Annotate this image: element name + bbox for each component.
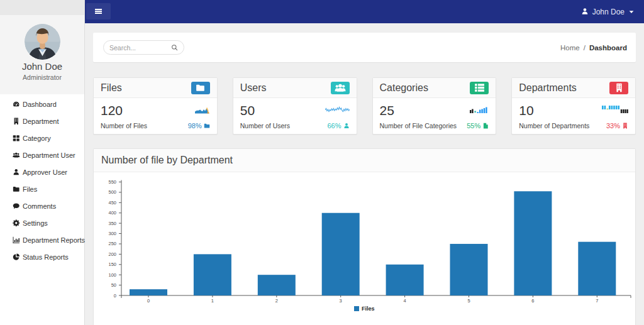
card-title: Departments [519, 82, 577, 94]
card-percent: 55% [467, 122, 489, 129]
card-header: Users [233, 78, 357, 98]
hamburger-bar [95, 13, 102, 14]
card-value-row: 25 [380, 102, 489, 120]
building-icon [609, 82, 628, 94]
bar-chart-icon [13, 236, 20, 244]
card-body: 120 Number of Files 98% [94, 98, 217, 129]
sidebar-item-label: Settings [23, 219, 48, 227]
sidebar-item-status-reports[interactable]: Status Reports [0, 248, 84, 265]
card-percent: 33% [606, 122, 628, 129]
svg-text:100: 100 [108, 272, 116, 278]
sidebar-item-department[interactable]: Department [0, 113, 84, 129]
pie-chart-icon [13, 253, 20, 261]
grid-icon [13, 135, 20, 142]
users-icon [331, 82, 350, 94]
breadcrumb: Home / Dashboard [560, 44, 627, 52]
bar-0 [130, 289, 167, 295]
card-label: Number of File Categories [380, 122, 457, 129]
svg-text:3: 3 [340, 298, 342, 304]
sidebar-item-label: Dashboard [23, 101, 57, 108]
chart-title: Number of file by Department [101, 155, 233, 166]
card-sparkline [195, 105, 210, 118]
sidebar-item-department-user[interactable]: Department User [0, 146, 84, 163]
sidebar-profile: John Doe Administrator [0, 15, 84, 94]
sidebar: John Doe Administrator DashboardDepartme… [0, 0, 85, 325]
summary-card-categories: Categories 25 Number of File Categories … [372, 77, 497, 135]
svg-text:0: 0 [114, 293, 116, 299]
sidebar-item-label: Department Reports [23, 236, 85, 244]
sidebar-item-label: Status Reports [23, 253, 69, 261]
navbar-user-menu[interactable]: John Doe [581, 0, 635, 23]
navbar-user-label: John Doe [592, 8, 625, 16]
sidebar-item-comments[interactable]: Comments [0, 197, 84, 214]
breadcrumb-current: Dashboard [589, 44, 627, 52]
hamburger-bar [95, 11, 102, 12]
svg-text:6: 6 [531, 298, 534, 304]
card-body: 10 Number of Departments 33% [512, 98, 635, 129]
sidebar-top-strip [0, 0, 84, 15]
sidebar-item-approver-user[interactable]: Approver User [0, 163, 84, 180]
legend-label: Files [362, 306, 375, 312]
card-header: Departments [512, 78, 635, 98]
breadcrumb-separator: / [584, 44, 586, 52]
svg-text:250: 250 [108, 241, 116, 246]
bar-1 [194, 254, 231, 295]
dashboard-icon [13, 101, 20, 108]
bar-6 [514, 191, 552, 295]
hamburger-icon [95, 9, 102, 14]
svg-text:450: 450 [108, 200, 116, 206]
card-footer-row: Number of File Categories 55% [380, 122, 489, 129]
card-value: 50 [240, 102, 255, 119]
search-icon[interactable] [171, 42, 178, 53]
file-icon [482, 123, 489, 129]
caret-down-icon [628, 6, 635, 18]
gear-icon [13, 219, 20, 227]
folder-icon [13, 185, 20, 193]
card-percent-value: 33% [606, 122, 620, 129]
search-box [103, 40, 184, 55]
sidebar-item-settings[interactable]: Settings [0, 214, 84, 231]
hamburger-bar [95, 9, 102, 10]
svg-text:4: 4 [404, 298, 406, 304]
profile-role: Administrator [0, 74, 84, 82]
search-input[interactable] [109, 44, 171, 52]
svg-text:500: 500 [108, 189, 116, 195]
sidebar-item-label: Approver User [23, 168, 67, 176]
sidebar-item-label: Department User [23, 151, 75, 159]
summary-card-files: Files 120 Number of Files 98% [93, 77, 218, 135]
building-icon [13, 118, 20, 125]
breadcrumb-home-link[interactable]: Home [560, 44, 580, 52]
card-value: 120 [101, 102, 123, 119]
card-header: Files [94, 78, 217, 98]
bar-chart: 0501001502002503003504004505005500123456… [94, 172, 635, 325]
sidebar-toggle-button[interactable] [86, 3, 111, 19]
svg-text:350: 350 [108, 221, 116, 226]
summary-card-users: Users 50 Number of Users 66% [233, 77, 357, 135]
card-label: Number of Users [240, 122, 290, 129]
sidebar-item-category[interactable]: Category [0, 129, 84, 146]
sidebar-item-files[interactable]: Files [0, 180, 84, 197]
list-icon [470, 82, 489, 94]
sidebar-item-department-reports[interactable]: Department Reports [0, 231, 84, 248]
card-value-row: 10 [519, 102, 628, 120]
sidebar-item-label: Files [23, 185, 37, 193]
svg-text:300: 300 [108, 231, 116, 236]
card-percent-value: 55% [467, 122, 480, 129]
card-percent-value: 98% [188, 122, 202, 129]
legend-swatch [354, 306, 359, 311]
card-sparkline [325, 105, 350, 116]
card-footer-row: Number of Users 66% [240, 122, 350, 129]
users-icon [13, 151, 20, 159]
svg-text:200: 200 [108, 251, 116, 257]
bar-2 [258, 275, 296, 295]
chart-card: Number of file by Department 05010015020… [93, 148, 636, 325]
chart-body: 0501001502002503003504004505005500123456… [94, 172, 635, 325]
sidebar-item-label: Category [23, 135, 51, 142]
folder-icon [191, 82, 210, 94]
sidebar-item-label: Comments [23, 202, 56, 210]
sidebar-item-dashboard[interactable]: Dashboard [0, 96, 84, 113]
card-body: 50 Number of Users 66% [233, 98, 357, 129]
card-title: Categories [380, 82, 428, 94]
sidebar-item-label: Department [23, 118, 58, 125]
user-icon [13, 168, 20, 176]
